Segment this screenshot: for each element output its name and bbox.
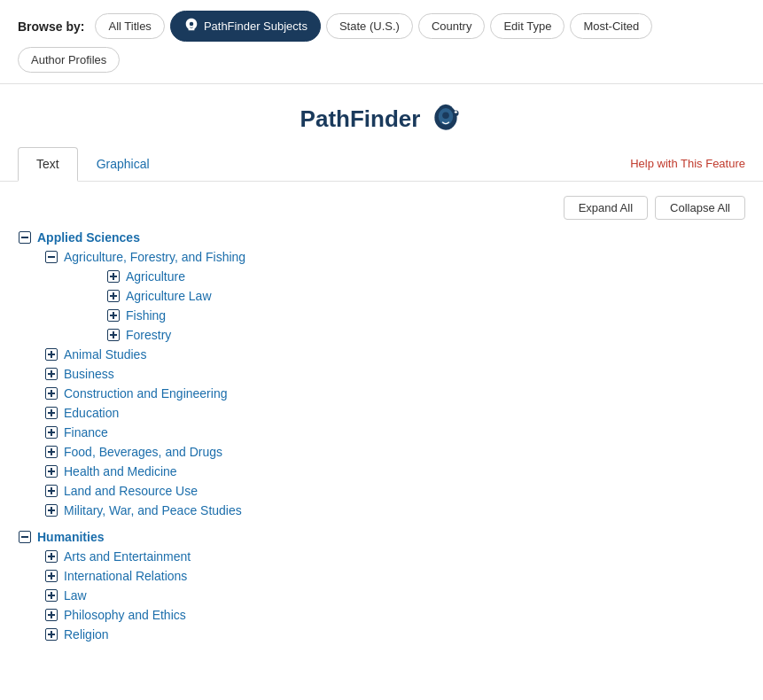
expand-collapse-row: Expand All Collapse All bbox=[18, 196, 745, 220]
tree-row-agriculture-law[interactable]: Agriculture Law bbox=[106, 287, 745, 305]
minus-icon-applied-sciences bbox=[18, 230, 32, 245]
tree-row-food-beverages-drugs[interactable]: Food, Beverages, and Drugs bbox=[44, 443, 745, 461]
content-area: Expand All Collapse All Applied Sciences… bbox=[0, 182, 763, 659]
tree-row-humanities[interactable]: Humanities bbox=[18, 528, 745, 546]
tree-row-animal-studies[interactable]: Animal Studies bbox=[44, 346, 745, 363]
tree-label-construction-engineering: Construction and Engineering bbox=[64, 386, 227, 401]
tree-item-animal-studies: Animal Studies bbox=[18, 346, 745, 363]
tree-label-fishing: Fishing bbox=[126, 308, 166, 323]
plus-icon-arts-entertainment bbox=[44, 549, 58, 564]
nav-all-titles[interactable]: All Titles bbox=[95, 13, 164, 39]
tree-row-agriculture[interactable]: Agriculture bbox=[106, 268, 745, 285]
tree-label-business: Business bbox=[64, 367, 114, 381]
agff-children: Agriculture Agriculture Law bbox=[44, 268, 745, 344]
browse-bar: Browse by: All Titles PathFinder Subject… bbox=[0, 0, 763, 84]
tree-row-land-resource-use[interactable]: Land and Resource Use bbox=[44, 482, 745, 500]
tab-text[interactable]: Text bbox=[18, 147, 78, 182]
nav-pathfinder-subjects[interactable]: PathFinder Subjects bbox=[170, 11, 321, 42]
collapse-all-button[interactable]: Collapse All bbox=[655, 196, 745, 220]
minus-icon-agff bbox=[44, 250, 58, 264]
plus-icon-animal-studies bbox=[44, 347, 58, 362]
help-link[interactable]: Help with This Feature bbox=[630, 157, 745, 170]
tree-row-business[interactable]: Business bbox=[44, 365, 745, 383]
tree-row-applied-sciences[interactable]: Applied Sciences bbox=[18, 229, 745, 246]
tree-row-arts-entertainment[interactable]: Arts and Entertainment bbox=[44, 548, 745, 565]
tree-item-forestry: Forestry bbox=[44, 326, 745, 344]
title-area: PathFinder bbox=[0, 84, 763, 146]
plus-icon-land-resource-use bbox=[44, 484, 58, 498]
tree-item-education: Education bbox=[18, 404, 745, 422]
expand-all-button[interactable]: Expand All bbox=[564, 196, 648, 220]
tree-row-religion[interactable]: Religion bbox=[44, 626, 745, 643]
page-title: PathFinder bbox=[300, 105, 421, 133]
tree-label-finance: Finance bbox=[64, 425, 108, 439]
tree-label-food-beverages-drugs: Food, Beverages, and Drugs bbox=[64, 445, 222, 459]
tree-row-agff[interactable]: Agriculture, Forestry, and Fishing bbox=[44, 248, 745, 266]
tree-row-construction-engineering[interactable]: Construction and Engineering bbox=[44, 385, 745, 402]
tree-item-humanities: Humanities Arts and Entertainment Intern… bbox=[18, 528, 745, 643]
tree-item-agriculture-law: Agriculture Law bbox=[44, 287, 745, 305]
tree-label-agriculture: Agriculture bbox=[126, 269, 185, 284]
tree-item-finance: Finance bbox=[18, 424, 745, 441]
plus-icon-food-beverages-drugs bbox=[44, 445, 58, 459]
tree-label-applied-sciences: Applied Sciences bbox=[37, 230, 140, 245]
plus-icon-finance bbox=[44, 425, 58, 439]
tree-row-finance[interactable]: Finance bbox=[44, 424, 745, 441]
tree-label-arts-entertainment: Arts and Entertainment bbox=[64, 549, 191, 564]
tree-label-religion: Religion bbox=[64, 627, 109, 642]
nav-author-profiles[interactable]: Author Profiles bbox=[18, 47, 120, 73]
tree-row-health-medicine[interactable]: Health and Medicine bbox=[44, 463, 745, 480]
svg-point-0 bbox=[190, 22, 194, 27]
tree-label-law: Law bbox=[64, 588, 87, 603]
plus-icon-military-war-peace bbox=[44, 503, 58, 517]
tree-label-education: Education bbox=[64, 406, 119, 420]
plus-icon-law bbox=[44, 588, 58, 603]
nav-pathfinder-label: PathFinder Subjects bbox=[204, 19, 308, 33]
tree-item-construction-engineering: Construction and Engineering bbox=[18, 385, 745, 402]
tree-item-philosophy-ethics: Philosophy and Ethics bbox=[18, 606, 745, 624]
plus-icon-construction-engineering bbox=[44, 386, 58, 401]
tree-item-international-relations: International Relations bbox=[18, 567, 745, 585]
tree-item-business: Business bbox=[18, 365, 745, 383]
pathfinder-head-icon bbox=[183, 17, 199, 35]
tree-label-agriculture-law: Agriculture Law bbox=[126, 289, 212, 303]
tree-item-military-war-peace: Military, War, and Peace Studies bbox=[18, 502, 745, 519]
tree-row-law[interactable]: Law bbox=[44, 587, 745, 604]
plus-icon-agriculture-law bbox=[106, 289, 121, 303]
tree-row-forestry[interactable]: Forestry bbox=[106, 326, 745, 344]
tree-label-military-war-peace: Military, War, and Peace Studies bbox=[64, 503, 242, 517]
tree-row-military-war-peace[interactable]: Military, War, and Peace Studies bbox=[44, 502, 745, 519]
minus-icon-humanities bbox=[18, 530, 32, 544]
browse-label: Browse by: bbox=[18, 19, 84, 34]
tree-item-agriculture: Agriculture bbox=[44, 268, 745, 285]
tree-label-animal-studies: Animal Studies bbox=[64, 347, 146, 362]
tree-item-law: Law bbox=[18, 587, 745, 604]
tree-item-applied-sciences: Applied Sciences Agriculture, Forestry, … bbox=[18, 229, 745, 519]
applied-sciences-children: Agriculture, Forestry, and Fishing Agric… bbox=[18, 248, 745, 519]
nav-country[interactable]: Country bbox=[418, 13, 486, 39]
tree-item-religion: Religion bbox=[18, 626, 745, 643]
tree-label-philosophy-ethics: Philosophy and Ethics bbox=[64, 608, 186, 622]
tree-label-international-relations: International Relations bbox=[64, 569, 187, 583]
tree-row-education[interactable]: Education bbox=[44, 404, 745, 422]
nav-state[interactable]: State (U.S.) bbox=[326, 13, 413, 39]
tree-item-arts-entertainment: Arts and Entertainment bbox=[18, 548, 745, 565]
nav-edit-type[interactable]: Edit Type bbox=[490, 13, 564, 39]
tree-row-philosophy-ethics[interactable]: Philosophy and Ethics bbox=[44, 606, 745, 624]
tree-item-fishing: Fishing bbox=[44, 307, 745, 324]
tree-label-forestry: Forestry bbox=[126, 328, 171, 342]
tab-graphical[interactable]: Graphical bbox=[78, 147, 168, 182]
plus-icon-international-relations bbox=[44, 569, 58, 583]
humanities-children: Arts and Entertainment International Rel… bbox=[18, 548, 745, 643]
plus-icon-agriculture bbox=[106, 269, 121, 284]
tree-row-international-relations[interactable]: International Relations bbox=[44, 567, 745, 585]
pathfinder-logo-icon bbox=[429, 102, 463, 136]
tree-row-fishing[interactable]: Fishing bbox=[106, 307, 745, 324]
nav-most-cited[interactable]: Most-Cited bbox=[570, 13, 652, 39]
plus-icon-philosophy-ethics bbox=[44, 608, 58, 622]
tree-label-humanities: Humanities bbox=[37, 530, 104, 544]
plus-icon-education bbox=[44, 406, 58, 420]
tree-item-land-resource-use: Land and Resource Use bbox=[18, 482, 745, 500]
plus-icon-forestry bbox=[106, 328, 121, 342]
plus-icon-religion bbox=[44, 627, 58, 642]
